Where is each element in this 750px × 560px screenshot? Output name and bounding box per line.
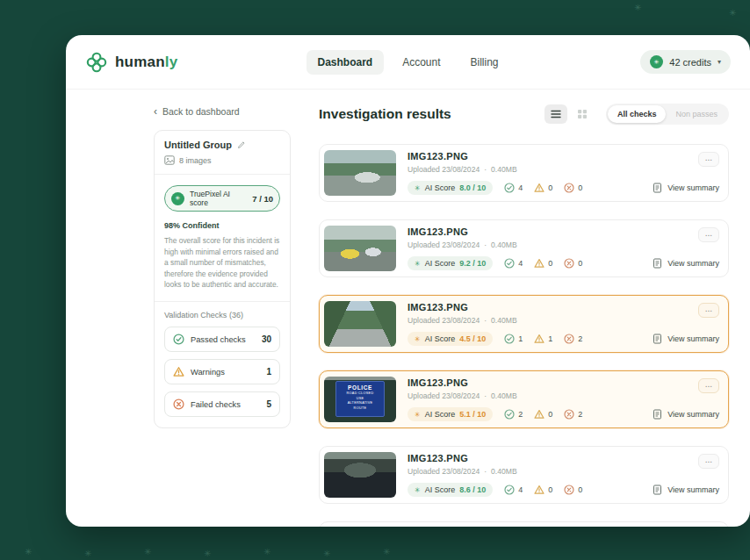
- credits-menu[interactable]: ✳ 42 credits ▾: [640, 50, 731, 74]
- row-menu-button[interactable]: ...: [698, 454, 719, 469]
- x-circle-icon: [564, 258, 574, 269]
- document-icon: [653, 334, 662, 344]
- x-circle-icon: [564, 409, 574, 420]
- credits-label: 42 credits: [669, 57, 711, 68]
- result-thumbnail: [324, 226, 396, 271]
- grid-view-button[interactable]: [571, 104, 594, 124]
- meta-separator: ·: [484, 241, 487, 249]
- ai-score-value: 9.2 / 10: [459, 259, 486, 268]
- view-summary-button[interactable]: View summary: [653, 409, 719, 420]
- back-label: Back to dashboard: [162, 106, 240, 117]
- result-thumbnail: [324, 150, 396, 196]
- result-card[interactable]: IMG123.PNG Uploaded 23/08/2024 · 0.40MB …: [319, 219, 729, 277]
- content-area: ‹ Back to dashboard Untitled Group: [66, 90, 750, 527]
- meta-separator: ·: [484, 316, 487, 325]
- result-card[interactable]: IMG123.PNG Uploaded 23/08/2024 · 0.40MB …: [319, 295, 729, 353]
- check-circle-icon: [504, 258, 515, 269]
- sign-title-text: POLICE: [336, 384, 384, 391]
- result-body: IMG123.PNG Uploaded 23/08/2024 · 0.40MB …: [407, 451, 719, 499]
- decor-clover-icon: ✳: [634, 4, 641, 12]
- row-menu-button[interactable]: ...: [698, 227, 719, 242]
- ai-score-badge: ✳ AI Score 4.5 / 10: [407, 332, 493, 346]
- validation-checks-title: Validation Checks (36): [164, 311, 280, 319]
- credits-icon: ✳: [650, 55, 663, 68]
- ai-score-section: ✳ TruePixel AI score 7 / 10 98% Confiden…: [155, 175, 290, 302]
- view-summary-button[interactable]: View summary: [653, 183, 719, 193]
- filter-non-passes[interactable]: Non passes: [666, 105, 727, 123]
- view-summary-button[interactable]: View summary: [653, 334, 719, 344]
- warning-count: 0: [534, 409, 552, 420]
- validation-checks-section: Validation Checks (36) Passed checks 30: [155, 302, 290, 427]
- file-size: 0.40MB: [491, 165, 517, 174]
- result-thumbnail: POLICE ROAD CLOSEDUSEALTERNATIVEROUTE: [324, 377, 396, 422]
- result-body: IMG123.PNG Uploaded 23/08/2024 · 0.40MB …: [407, 225, 719, 272]
- main-header: Investigation results: [319, 104, 729, 125]
- check-circle-icon: [504, 485, 515, 495]
- score-summary-text: The overall score for this incident is h…: [164, 235, 280, 291]
- nav-item-billing[interactable]: Billing: [459, 50, 510, 75]
- sidebar: ‹ Back to dashboard Untitled Group: [154, 102, 291, 527]
- view-summary-button[interactable]: View summary: [653, 258, 719, 269]
- row-menu-button[interactable]: ...: [698, 303, 719, 318]
- checks-filter-group: All checks Non passes: [606, 104, 729, 125]
- group-header: Untitled Group 8 images: [155, 131, 290, 175]
- result-thumbnail: [324, 452, 396, 498]
- document-icon: [653, 258, 662, 269]
- uploaded-date: Uploaded 23/08/2024: [407, 165, 480, 174]
- result-card[interactable]: POLICE ROAD CLOSEDUSEALTERNATIVEROUTE IM…: [319, 370, 729, 428]
- main-nav: Dashboard Account Billing: [306, 50, 509, 75]
- passed-count: 4: [504, 183, 523, 193]
- sparkle-icon: ✳: [415, 335, 421, 343]
- list-view-button[interactable]: [544, 104, 567, 124]
- file-size: 0.40MB: [491, 391, 517, 400]
- group-title: Untitled Group: [164, 140, 232, 150]
- badge-row: ✳ AI Score 8.0 / 10 4: [407, 181, 719, 195]
- x-circle-icon: [564, 485, 574, 495]
- result-meta: Uploaded 23/08/2024 · 0.40MB: [407, 391, 719, 400]
- warning-count: 0: [534, 485, 552, 495]
- brand-name: humanly: [115, 54, 177, 71]
- result-card[interactable]: IMG123.PNG ✳ AI Score: [319, 521, 729, 527]
- failed-count: 2: [564, 409, 582, 420]
- result-body: IMG123.PNG Uploaded 23/08/2024 · 0.40MB …: [407, 376, 719, 423]
- row-menu-button[interactable]: ...: [698, 378, 719, 393]
- results-list: IMG123.PNG Uploaded 23/08/2024 · 0.40MB …: [319, 144, 729, 527]
- passed-count: 2: [504, 409, 523, 420]
- result-body: IMG123.PNG Uploaded 23/08/2024 · 0.40MB …: [407, 300, 719, 348]
- failed-count: 0: [564, 485, 582, 495]
- check-row-passed: Passed checks 30: [164, 327, 280, 352]
- view-toggle: [544, 104, 594, 124]
- page-title: Investigation results: [319, 106, 451, 122]
- x-circle-icon: [564, 334, 574, 344]
- truepixel-icon: ✳: [171, 192, 184, 205]
- decor-clover-icon: ✳: [729, 9, 736, 18]
- back-to-dashboard-link[interactable]: ‹ Back to dashboard: [154, 105, 240, 118]
- list-icon: [551, 110, 561, 118]
- view-summary-button[interactable]: View summary: [653, 485, 719, 495]
- warning-count: 0: [534, 183, 552, 193]
- check-circle-icon: [504, 334, 515, 344]
- document-icon: [653, 485, 662, 495]
- filter-all-checks[interactable]: All checks: [608, 105, 667, 123]
- back-chevron-icon: ‹: [154, 105, 157, 118]
- confidence-text: 98% Confident: [164, 221, 280, 230]
- result-meta: Uploaded 23/08/2024 · 0.40MB: [407, 467, 719, 476]
- result-thumbnail: [324, 301, 396, 347]
- ai-score-label: AI Score: [425, 259, 456, 268]
- row-menu-button[interactable]: ...: [698, 152, 719, 167]
- edit-pencil-icon[interactable]: [237, 140, 246, 149]
- score-label: TruePixel AI score: [190, 190, 247, 207]
- result-card[interactable]: IMG123.PNG Uploaded 23/08/2024 · 0.40MB …: [319, 446, 729, 504]
- image-icon: [164, 155, 175, 165]
- warning-triangle-icon: [173, 366, 184, 377]
- ai-score-value: 8.6 / 10: [459, 485, 486, 494]
- result-filename: IMG123.PNG: [407, 453, 719, 463]
- result-card[interactable]: IMG123.PNG Uploaded 23/08/2024 · 0.40MB …: [319, 144, 729, 202]
- truepixel-score-badge: ✳ TruePixel AI score 7 / 10: [164, 185, 280, 212]
- uploaded-date: Uploaded 23/08/2024: [407, 241, 480, 249]
- passed-count: 4: [504, 258, 523, 269]
- sparkle-icon: ✳: [415, 260, 421, 268]
- nav-item-dashboard[interactable]: Dashboard: [306, 50, 384, 75]
- document-icon: [653, 409, 662, 420]
- nav-item-account[interactable]: Account: [391, 50, 451, 75]
